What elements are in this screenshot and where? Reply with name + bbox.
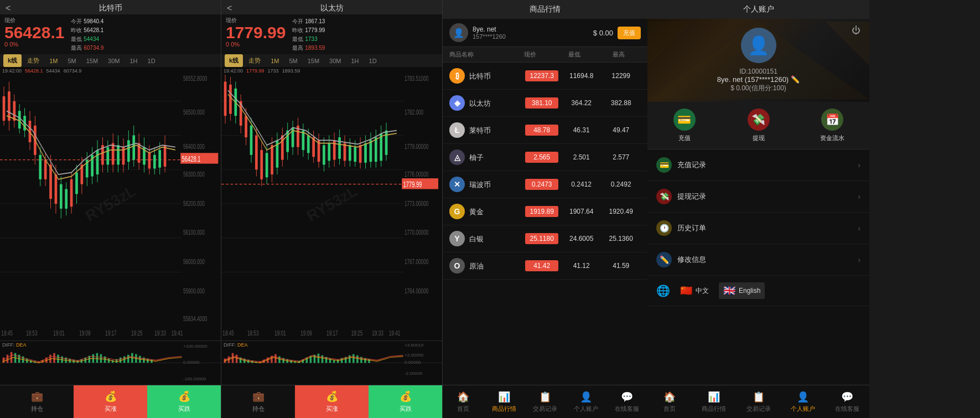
tab-30m-2[interactable]: 30M [325, 55, 345, 66]
bitcoin-price-change: 0 0% [4, 41, 64, 48]
bitcoin-candlestick-svg: 56552.8000 56500.000 56400.000 56300.000… [0, 67, 221, 340]
menu-item-edit-info[interactable]: ✏️ 修改信息 › [647, 244, 869, 276]
ethereum-nav-hold[interactable]: 💼 持仓 [221, 385, 295, 418]
coin-icon-1: ◈ [449, 95, 465, 111]
tab-5m-2[interactable]: 5M [284, 55, 302, 66]
high-val-4: 0.2492 [601, 180, 641, 188]
acc-nav-home[interactable]: 🏠 首页 [647, 385, 692, 418]
ethereum-today-open: 今开 1867.13 [292, 18, 325, 25]
market-row-3[interactable]: ◬ 柚子 2.565 2.501 2.577 [443, 144, 647, 171]
tab-kline-2[interactable]: k线 [225, 54, 243, 67]
flow-icon-circle: 📅 [821, 109, 843, 131]
svg-text:1770.00000: 1770.00000 [405, 229, 428, 236]
menu-item-recharge-record[interactable]: 💳 充值记录 › [647, 149, 869, 181]
tab-1m-2[interactable]: 1M [266, 55, 283, 66]
bitcoin-low: 最低 54434 [71, 35, 103, 43]
history-orders-arrow: › [858, 224, 860, 233]
high-val-3: 2.577 [601, 153, 641, 161]
bitcoin-nav-hold[interactable]: 💼 持仓 [0, 385, 74, 418]
market-row-4[interactable]: ✕ 瑞波币 0.2473 0.2412 0.2492 [443, 171, 647, 198]
svg-text:+2.00000: +2.00000 [405, 353, 423, 357]
chinese-flag: 🇨🇳 [680, 285, 692, 297]
menu-item-history-orders[interactable]: 🕐 历史订单 › [647, 213, 869, 244]
market-row-1[interactable]: ◈ 以太坊 381.10 364.22 382.88 [443, 90, 647, 117]
ethereum-nav-buy-down[interactable]: 💰 买跌 [369, 385, 442, 418]
tab-1d-2[interactable]: 1D [365, 55, 381, 66]
acc-nav-market[interactable]: 📊 商品行情 [692, 385, 736, 418]
svg-text:55834.4000: 55834.4000 [183, 315, 207, 322]
market-nav-trade[interactable]: 📋 交易记录 [525, 385, 566, 418]
coin-icon-0: ₿ [449, 68, 465, 84]
svg-rect-119 [116, 359, 118, 363]
market-row-0[interactable]: ₿ 比特币 12237.3 11694.8 12299 [443, 63, 647, 90]
acc-nav-trade[interactable]: 📋 交易记录 [736, 385, 780, 418]
bitcoin-macd-svg: +100.00000 0.00000 -100.00000 [0, 341, 221, 385]
tab-1m-1[interactable]: 1M [45, 55, 62, 66]
action-recharge[interactable]: 💳 充值 [647, 109, 722, 142]
ethereum-chart-area: 19:42:00 1779.99 1733 1893.59 [221, 67, 442, 340]
lang-english[interactable]: 🇬🇧 English [719, 282, 765, 299]
svg-text:1779.00000: 1779.00000 [405, 143, 428, 151]
acc-nav-account[interactable]: 👤 个人账户 [781, 385, 825, 418]
price-tag-7: 41.42 [522, 260, 562, 271]
menu-item-withdraw-record[interactable]: 💸 提现记录 › [647, 181, 869, 213]
back-arrow-1[interactable]: < [6, 3, 11, 13]
tab-kline-1[interactable]: k线 [3, 54, 22, 67]
market-row-7[interactable]: O 原油 41.42 41.12 41.59 [443, 252, 647, 280]
withdraw-record-label: 提现记录 [677, 192, 858, 202]
coin-name-2: 莱特币 [469, 126, 491, 135]
coin-name-0: 比特币 [469, 72, 491, 80]
lang-chinese[interactable]: 🇨🇳 中文 [676, 282, 713, 299]
tab-15m-2[interactable]: 15M [303, 55, 324, 66]
ethereum-nav-buy-up[interactable]: 💰 买涨 [295, 385, 369, 418]
market-nav-support[interactable]: 💬 在线客服 [606, 385, 647, 418]
market-nav-market[interactable]: 📊 商品行情 [484, 385, 525, 418]
back-arrow-2[interactable]: < [227, 3, 232, 13]
coin-name-4: 瑞波币 [469, 180, 491, 189]
power-icon[interactable]: ⏻ [852, 25, 860, 35]
price-tag-inner-2: 48.78 [525, 125, 558, 136]
market-row-6[interactable]: Y 白银 25.1180 24.6005 25.1360 [443, 225, 647, 252]
tab-15m-1[interactable]: 15M [82, 55, 102, 66]
market-row-5[interactable]: G 黄金 1919.89 1907.64 1920.49 [443, 198, 647, 225]
price-tag-6: 25.1180 [522, 233, 562, 244]
coin-name-col-0: 比特币 [469, 71, 522, 81]
market-recharge-btn[interactable]: 充值 [618, 27, 641, 39]
tab-30m-1[interactable]: 30M [103, 55, 124, 66]
account-user-id: ID:10000151 [739, 68, 777, 75]
coin-name-5: 黄金 [469, 208, 484, 216]
acc-nav-support[interactable]: 💬 在线客服 [825, 385, 869, 418]
svg-text:0.00000: 0.00000 [183, 360, 200, 365]
market-nav-account-label: 个人账户 [574, 405, 598, 413]
tab-1h-1[interactable]: 1H [126, 55, 142, 66]
ethereum-low: 最低 1733 [292, 35, 325, 43]
bitcoin-high: 最高 60734.9 [71, 44, 103, 52]
svg-text:1779.99: 1779.99 [403, 180, 422, 189]
col-header-name: 商品名称 [449, 50, 508, 59]
edit-name-icon[interactable]: ✏️ [791, 75, 800, 84]
low-val-0: 11694.8 [562, 72, 602, 80]
tab-5m-1[interactable]: 5M [63, 55, 80, 66]
bitcoin-today-open: 今开 59840.4 [71, 18, 103, 25]
market-nav-account[interactable]: 👤 个人账户 [566, 385, 606, 418]
price-tag-inner-0: 12237.3 [525, 70, 558, 81]
bitcoin-nav-buy-up[interactable]: 💰 买涨 [74, 385, 147, 418]
tab-trend-2[interactable]: 走势 [244, 54, 265, 67]
language-row[interactable]: 🌐 🇨🇳 中文 🇬🇧 English [647, 276, 869, 306]
svg-text:1783.51000: 1783.51000 [405, 75, 428, 82]
coin-icon-3: ◬ [449, 149, 465, 165]
bitcoin-stats: 今开 59840.4 昨收 56428.1 最低 54434 最高 60734.… [71, 17, 103, 52]
tab-trend-1[interactable]: 走势 [23, 54, 44, 67]
tab-1d-1[interactable]: 1D [143, 55, 160, 66]
action-flow[interactable]: 📅 资金流水 [795, 109, 869, 142]
tab-1h-2[interactable]: 1H [347, 55, 364, 66]
support-icon-3: 💬 [621, 391, 633, 403]
price-tag-inner-4: 0.2473 [525, 179, 558, 190]
bitcoin-nav-hold-label: 持仓 [31, 405, 43, 413]
market-table-header: 商品名称 现价 最低 最高 [443, 47, 647, 63]
action-withdraw[interactable]: 💸 提现 [722, 109, 796, 142]
market-nav-home[interactable]: 🏠 首页 [443, 385, 484, 418]
market-row-2[interactable]: Ł 莱特币 48.78 46.31 49.47 [443, 117, 647, 144]
bitcoin-nav-buy-down[interactable]: 💰 买跌 [147, 385, 221, 418]
high-val-1: 382.88 [601, 99, 641, 107]
